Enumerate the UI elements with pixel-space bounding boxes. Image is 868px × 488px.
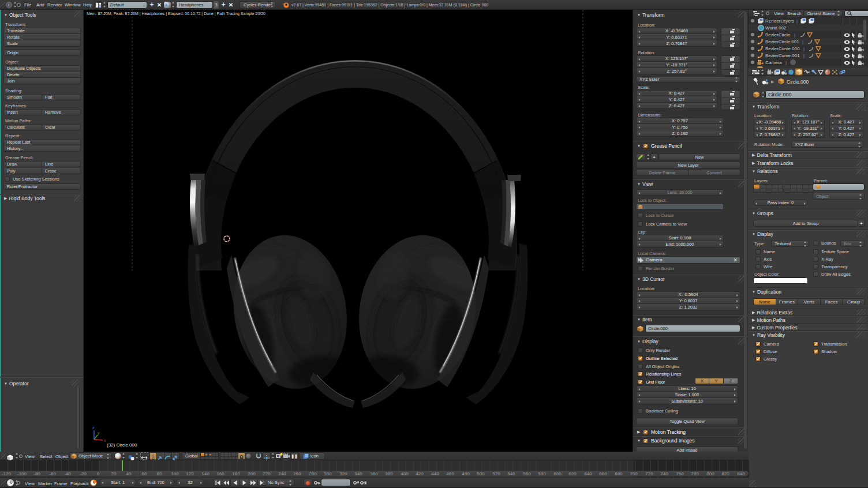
svg-text:y: y: [98, 431, 100, 436]
svg-text:z: z: [92, 426, 95, 430]
svg-text:(32) Circle.000: (32) Circle.000: [107, 442, 137, 448]
svg-text:x: x: [104, 438, 106, 442]
svg-text:Mem: 87.20M, Peak: 87.20M | He: Mem: 87.20M, Peak: 87.20M | Headphones |…: [87, 12, 265, 16]
